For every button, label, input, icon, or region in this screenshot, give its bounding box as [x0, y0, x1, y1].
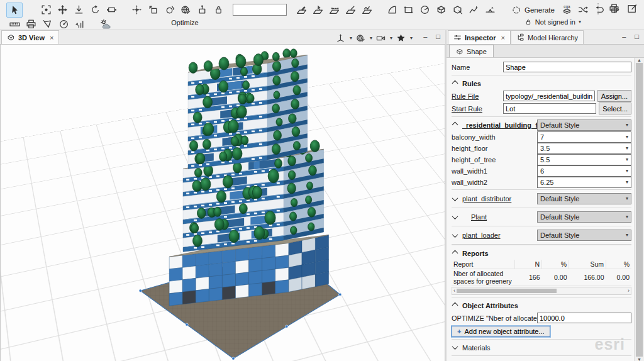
move-object-button[interactable] [145, 3, 161, 18]
materials-section-header[interactable]: Materials [452, 342, 631, 353]
navigation-mode-button[interactable] [333, 32, 349, 44]
texture-shapes-button[interactable] [342, 3, 358, 18]
align-to-terrain-button[interactable] [70, 3, 87, 18]
attribute-value-dropdown[interactable]: 7▾ [537, 131, 631, 143]
push-pull-up-button[interactable] [465, 3, 482, 18]
roof-up-icon [469, 4, 479, 15]
texture-model-button[interactable] [433, 3, 449, 18]
paint-model-button[interactable] [449, 3, 465, 18]
tab-inspector[interactable]: Inspector × [448, 30, 511, 44]
attribute-value-dropdown[interactable]: 3.5▾ [537, 143, 631, 154]
start-rule-link[interactable]: Start Rule [452, 105, 503, 113]
attribute-value: 7 [540, 133, 544, 141]
hscroll-thumb[interactable] [457, 289, 557, 293]
main-rule-section-link[interactable]: _residential_building_for_optim [462, 121, 537, 129]
inspector-scrollbar[interactable]: ▲ ▼ [634, 58, 644, 361]
edit-street-button[interactable] [309, 3, 326, 18]
frame-select-button[interactable] [38, 3, 54, 18]
print-layout-button[interactable] [606, 3, 622, 14]
chevron-down-icon[interactable]: ▾ [410, 36, 413, 41]
toolbar-search-input[interactable] [233, 4, 287, 16]
dashboard-button[interactable] [55, 18, 72, 30]
update-seed-button[interactable] [575, 3, 592, 18]
chevron-up-icon[interactable] [452, 122, 458, 128]
rotate-object-button[interactable] [161, 3, 177, 18]
draw-rectangle-button[interactable] [400, 3, 416, 18]
georeference-button[interactable] [177, 3, 194, 18]
reports-section-header[interactable]: Reports [452, 247, 631, 259]
rotate-tool-button[interactable] [87, 3, 103, 18]
name-input[interactable] [503, 62, 631, 72]
draw-arc-button[interactable] [384, 3, 400, 18]
draw-circle-button[interactable] [416, 3, 433, 18]
gizmo-toggle-button[interactable] [128, 3, 145, 18]
push-pull-flat-button[interactable] [482, 3, 498, 18]
anchor-object-button[interactable] [194, 3, 210, 18]
scroll-left-icon[interactable]: ‹ [452, 288, 457, 294]
rule-file-input[interactable] [503, 91, 595, 101]
toolbar-drag-handle[interactable] [597, 3, 601, 14]
lighting-settings-button[interactable] [97, 18, 113, 30]
render-settings-button[interactable] [353, 32, 369, 44]
scale-tool-button[interactable] [103, 3, 119, 18]
move-tool-button[interactable] [54, 3, 70, 18]
style-dropdown[interactable]: Default Style▾ [537, 193, 631, 204]
attribute-value-dropdown[interactable]: 5.5▾ [537, 154, 631, 165]
scroll-up-icon[interactable]: ▲ [637, 58, 641, 62]
attribute-value-dropdown[interactable]: 6▾ [537, 165, 631, 177]
sign-in-status[interactable]: Not signed in ▾ [525, 18, 581, 26]
rule-file-link[interactable]: Rule File [452, 92, 503, 100]
bookmarks-button[interactable] [393, 32, 409, 44]
close-icon[interactable]: × [501, 34, 505, 42]
maximize-button[interactable]: □ [635, 33, 639, 40]
assign-button[interactable]: Assign... [597, 90, 631, 102]
object-attributes-header[interactable]: Object Attributes [452, 299, 631, 311]
main-style-dropdown[interactable]: Default Style ▾ [537, 119, 631, 131]
chevron-down-icon[interactable]: ▾ [350, 36, 352, 41]
select-button[interactable]: Select... [599, 103, 631, 114]
chevron-down-icon[interactable]: ▾ [390, 36, 392, 41]
tab-3d-view[interactable]: 3D View × [1, 30, 59, 44]
select-tool-button[interactable] [6, 3, 23, 18]
chevron-down-icon[interactable] [452, 231, 458, 238]
scroll-right-icon[interactable]: › [626, 288, 631, 294]
maximize-button[interactable]: □ [436, 33, 440, 40]
rule-section-link[interactable]: plant_loader [462, 231, 537, 239]
viewport-window-controls: – □ [423, 33, 440, 40]
section-tool-button[interactable] [23, 18, 39, 30]
new-window-button[interactable] [624, 3, 640, 14]
rule-section-link[interactable]: Plant [462, 213, 537, 221]
camera-button[interactable] [373, 32, 389, 44]
measure-tool-button[interactable] [6, 18, 23, 30]
generate-button[interactable]: Generate [507, 3, 559, 18]
viewport-3d[interactable] [0, 45, 445, 361]
vertices-section-header[interactable]: Vertices [452, 358, 631, 361]
analytics-button[interactable] [72, 18, 88, 30]
lock-tool-button[interactable] [210, 3, 226, 18]
close-icon[interactable]: × [50, 34, 53, 42]
optimize-attribute-input[interactable] [537, 313, 631, 323]
chevron-down-icon[interactable]: ▾ [370, 36, 372, 41]
cga-editor-button[interactable] [559, 3, 575, 18]
reports-hscrollbar[interactable]: ‹ › [452, 287, 631, 295]
style-dropdown[interactable]: Default Style▾ [537, 230, 631, 241]
chevron-down-icon[interactable] [452, 195, 458, 201]
tab-shape[interactable]: Shape [449, 45, 494, 57]
start-rule-input[interactable] [503, 103, 596, 114]
align-terrain-button[interactable] [358, 3, 375, 18]
rules-section-header[interactable]: Rules [452, 77, 631, 89]
attribute-value-dropdown[interactable]: 6.25▾ [537, 177, 631, 188]
offset-shapes-button[interactable] [326, 3, 342, 18]
minimize-button[interactable]: – [622, 33, 626, 40]
add-object-attribute-button[interactable]: + Add new object attribute... [452, 326, 550, 337]
view-cone-button[interactable] [39, 18, 55, 30]
rule-section-link[interactable]: plant_distributor [462, 195, 537, 203]
tab-model-hierarchy[interactable]: Model Hierarchy [511, 30, 584, 44]
vscroll-thumb[interactable] [636, 63, 643, 357]
draw-street-button[interactable] [293, 3, 309, 18]
scroll-down-icon[interactable]: ▼ [637, 357, 641, 361]
chevron-down-icon[interactable] [452, 213, 458, 219]
minimize-button[interactable]: – [423, 33, 427, 40]
building-model[interactable] [1, 45, 445, 361]
style-dropdown[interactable]: Default Style▾ [537, 211, 631, 223]
